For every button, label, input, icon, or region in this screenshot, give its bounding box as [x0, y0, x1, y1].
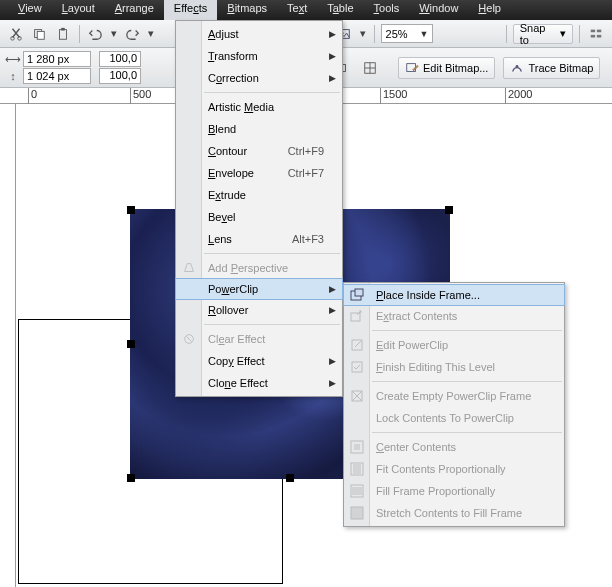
edit-bitmap-button[interactable]: Edit Bitmap... — [398, 57, 495, 79]
menu-correction[interactable]: Correction▶ — [176, 67, 342, 89]
height-input[interactable]: 1 024 px — [23, 68, 91, 84]
svg-rect-26 — [353, 463, 361, 475]
submenu-arrow-icon: ▶ — [329, 305, 336, 315]
menu-effects[interactable]: Effects — [164, 0, 217, 20]
chevron-down-icon: ▼ — [420, 29, 429, 39]
redo-dropdown[interactable]: ▾ — [146, 24, 156, 44]
width-icon: ⟷ — [6, 53, 20, 65]
selection-handle[interactable] — [445, 206, 453, 214]
snap-label: Snap to — [520, 22, 557, 46]
submenu-arrow-icon: ▶ — [329, 356, 336, 366]
menu-table[interactable]: Table — [317, 0, 363, 20]
stretch-icon — [349, 505, 365, 521]
scale-x-input[interactable]: 100,0 — [99, 51, 141, 67]
resample-button[interactable] — [360, 58, 380, 78]
effects-menu: Adjust▶ Transform▶ Correction▶ Artistic … — [175, 20, 343, 397]
menu-window[interactable]: Window — [409, 0, 468, 20]
menu-blend[interactable]: Blend — [176, 118, 342, 140]
trace-bitmap-button[interactable]: Trace Bitmap — [503, 57, 600, 79]
paste-button[interactable] — [53, 24, 73, 44]
menu-bevel[interactable]: Bevel — [176, 206, 342, 228]
menu-create-empty-frame: Create Empty PowerClip Frame — [344, 385, 564, 407]
extract-icon — [349, 308, 365, 324]
width-input[interactable]: 1 280 px — [23, 51, 91, 67]
submenu-arrow-icon: ▶ — [329, 284, 336, 294]
empty-frame-icon — [349, 388, 365, 404]
options-button[interactable] — [586, 24, 606, 44]
menu-tools[interactable]: Tools — [364, 0, 410, 20]
fill-icon — [349, 483, 365, 499]
menu-text[interactable]: Text — [277, 0, 317, 20]
svg-rect-9 — [591, 34, 595, 37]
menubar: View Layout Arrange Effects Bitmaps Text… — [0, 0, 612, 20]
menu-extract-contents: Extract Contents — [344, 305, 564, 327]
redo-button[interactable] — [123, 24, 143, 44]
menu-adjust[interactable]: Adjust▶ — [176, 23, 342, 45]
image-tool-dropdown[interactable]: ▾ — [358, 24, 368, 44]
scale-y-input[interactable]: 100,0 — [99, 68, 141, 84]
menu-add-perspective: Add Perspective — [176, 257, 342, 279]
place-inside-icon — [349, 287, 365, 303]
menu-transform[interactable]: Transform▶ — [176, 45, 342, 67]
menu-center-contents: Center Contents — [344, 436, 564, 458]
center-icon — [349, 439, 365, 455]
submenu-arrow-icon: ▶ — [329, 29, 336, 39]
svg-rect-19 — [351, 313, 360, 321]
selection-handle[interactable] — [127, 340, 135, 348]
submenu-arrow-icon: ▶ — [329, 378, 336, 388]
ruler-tick: 2000 — [505, 88, 532, 104]
snap-to-button[interactable]: Snap to ▾ — [513, 24, 574, 44]
menu-artistic-media[interactable]: Artistic Media — [176, 96, 342, 118]
svg-rect-24 — [354, 444, 360, 450]
menu-lock-contents: Lock Contents To PowerClip — [344, 407, 564, 429]
powerclip-submenu: Place Inside Frame... Extract Contents E… — [343, 282, 565, 527]
selection-handle[interactable] — [286, 474, 294, 482]
menu-fill-proportionally: Fill Frame Proportionally — [344, 480, 564, 502]
svg-rect-28 — [351, 487, 363, 495]
zoom-level[interactable]: 25% ▼ — [381, 24, 434, 43]
svg-rect-18 — [355, 289, 363, 296]
menu-help[interactable]: Help — [468, 0, 511, 20]
copy-button[interactable] — [30, 24, 50, 44]
finish-icon — [349, 359, 365, 375]
menu-arrange[interactable]: Arrange — [105, 0, 164, 20]
menu-lens[interactable]: LensAlt+F3 — [176, 228, 342, 250]
menu-rollover[interactable]: Rollover▶ — [176, 299, 342, 321]
undo-dropdown[interactable]: ▾ — [109, 24, 119, 44]
menu-copy-effect[interactable]: Copy Effect▶ — [176, 350, 342, 372]
ruler-tick: 0 — [28, 88, 37, 104]
ruler-tick: 500 — [130, 88, 151, 104]
svg-rect-4 — [59, 29, 66, 39]
vertical-ruler[interactable] — [0, 104, 16, 587]
menu-bitmaps[interactable]: Bitmaps — [217, 0, 277, 20]
submenu-arrow-icon: ▶ — [329, 73, 336, 83]
selection-handle[interactable] — [127, 474, 135, 482]
menu-extrude[interactable]: Extrude — [176, 184, 342, 206]
svg-rect-8 — [591, 29, 595, 32]
menu-view[interactable]: View — [8, 0, 52, 20]
menu-fit-proportionally: Fit Contents Proportionally — [344, 458, 564, 480]
menu-powerclip[interactable]: PowerClip▶ — [175, 278, 343, 300]
fit-icon — [349, 461, 365, 477]
svg-rect-11 — [597, 34, 601, 37]
zoom-value: 25% — [386, 28, 408, 40]
object-size-group: ⟷ 1 280 px ↕ 1 024 px — [6, 51, 91, 84]
edit-bitmap-label: Edit Bitmap... — [423, 62, 488, 74]
cut-button[interactable] — [6, 24, 26, 44]
height-icon: ↕ — [6, 70, 20, 82]
perspective-icon — [181, 260, 197, 276]
trace-bitmap-label: Trace Bitmap — [528, 62, 593, 74]
menu-place-inside-frame[interactable]: Place Inside Frame... — [343, 284, 565, 306]
scale-group: 100,0 100,0 — [99, 51, 141, 84]
menu-envelope[interactable]: EnvelopeCtrl+F7 — [176, 162, 342, 184]
menu-clone-effect[interactable]: Clone Effect▶ — [176, 372, 342, 394]
chevron-down-icon: ▾ — [560, 27, 566, 40]
selection-handle[interactable] — [127, 206, 135, 214]
menu-edit-powerclip: Edit PowerClip — [344, 334, 564, 356]
menu-contour[interactable]: ContourCtrl+F9 — [176, 140, 342, 162]
menu-layout[interactable]: Layout — [52, 0, 105, 20]
submenu-arrow-icon: ▶ — [329, 51, 336, 61]
menu-finish-editing: Finish Editing This Level — [344, 356, 564, 378]
svg-rect-29 — [351, 507, 363, 519]
undo-button[interactable] — [86, 24, 106, 44]
